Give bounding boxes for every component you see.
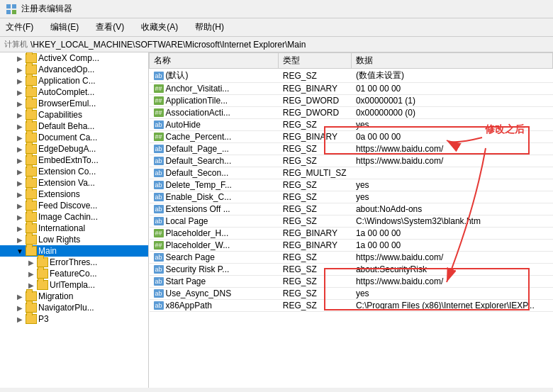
cell-type: REG_SZ [279, 288, 352, 300]
tree-item[interactable]: ▶ FeatureCo... [0, 268, 148, 279]
table-row[interactable]: ## AssociationActi... REG_DWORD 0x000000… [150, 107, 553, 119]
tree-item[interactable]: ▶ AdvancedOp... [0, 64, 148, 75]
tree-item[interactable]: ▶ Capabilities [0, 109, 148, 121]
cell-type: REG_DWORD [279, 107, 352, 119]
reg-icon: ab [154, 301, 164, 310]
tree-item[interactable]: ▶ Extension Va... [0, 177, 148, 189]
table-row[interactable]: ab Use_Async_DNS REG_SZ yes [150, 288, 553, 300]
tree-item[interactable]: ▶ Image Cachin... [0, 211, 148, 223]
cell-name: ## Placeholder_H... [150, 228, 279, 240]
cell-type: REG_SZ [279, 215, 352, 228]
table-row[interactable]: ab Enable_Disk_C... REG_SZ yes [150, 191, 553, 203]
tree-label: Main [38, 246, 57, 256]
reg-icon: ## [154, 229, 164, 237]
tree-item[interactable]: ▶ Migration [0, 291, 148, 302]
tree-item[interactable]: ▶ Extensions [0, 189, 148, 200]
cell-name: ab (默认) [150, 69, 279, 83]
tree-arrow: ▶ [26, 281, 37, 289]
tree-arrow: ▶ [14, 202, 26, 210]
tree-label: AdvancedOp... [38, 65, 94, 74]
cell-type: REG_SZ [279, 179, 352, 191]
cell-type: REG_SZ [279, 252, 352, 264]
tree-item[interactable]: ▶ BrowserEmul... [0, 98, 148, 109]
main-content: ▶ ActiveX Comp... ▶ AdvancedOp... ▶ Appl… [0, 52, 553, 388]
table-row[interactable]: ab Extensions Off ... REG_SZ about:NoAdd… [150, 203, 553, 215]
cell-data: about:SecurityRisk [352, 264, 553, 276]
tree-item[interactable]: ▶ NavigatorPlu... [0, 302, 148, 313]
reg-icon: ## [154, 84, 164, 93]
cell-name: ab Enable_Disk_C... [150, 191, 279, 203]
table-row[interactable]: ## Anchor_Visitati... REG_BINARY 01 00 0… [150, 83, 553, 95]
table-row[interactable]: ## Placeholder_H... REG_BINARY 1a 00 00 … [150, 228, 553, 240]
cell-type: REG_SZ [279, 203, 352, 215]
table-row[interactable]: ab (默认) REG_SZ (数值未设置) [150, 69, 553, 83]
right-panel: 修改之后 名称 类型 数据 [149, 52, 553, 388]
menu-edit[interactable]: 编辑(E) [48, 20, 82, 35]
table-scroll[interactable]: 名称 类型 数据 ab (默认) REG_SZ (数值未设置) ## Ancho… [149, 52, 553, 388]
table-row[interactable]: ## ApplicationTile... REG_DWORD 0x000000… [150, 95, 553, 107]
tree-item[interactable]: ▶ ErrorThres... [0, 257, 148, 268]
reg-icon: ab [154, 72, 164, 80]
tree-item[interactable]: ▶ EmbedExtnTo... [0, 155, 148, 166]
tree-label: Extension Co... [38, 167, 96, 177]
cell-data: yes [352, 288, 553, 300]
tree-item[interactable]: ▶ Low Rights [0, 234, 148, 245]
cell-name-text: Extensions Off ... [166, 204, 230, 214]
cell-name-text: Default_Page_... [166, 144, 229, 154]
table-row[interactable]: ab Security Risk P... REG_SZ about:Secur… [150, 264, 553, 276]
folder-icon [26, 201, 37, 211]
table-row[interactable]: ab Start Page REG_SZ https://www.baidu.c… [150, 276, 553, 288]
cell-data: 0x00000001 (1) [352, 95, 553, 107]
tree-item[interactable]: ▶ Document Ca... [0, 132, 148, 143]
cell-name-text: Enable_Disk_C... [166, 192, 232, 202]
tree-item[interactable]: ▶ Application C... [0, 75, 148, 86]
table-row[interactable]: ab Search Page REG_SZ https://www.baidu.… [150, 252, 553, 264]
tree-arrow: ▶ [14, 66, 26, 74]
tree-label: NavigatorPlu... [38, 303, 94, 313]
table-row[interactable]: ab Local Page REG_SZ C:\Windows\System32… [150, 215, 553, 228]
cell-data: yes [352, 191, 553, 203]
reg-icon: ab [154, 277, 164, 286]
tree-item[interactable]: ▶ International [0, 223, 148, 234]
tree-item[interactable]: ▶ UrlTempla... [0, 279, 148, 291]
reg-icon: ab [154, 145, 164, 153]
menu-bar: 文件(F) 编辑(E) 查看(V) 收藏夹(A) 帮助(H) [0, 18, 553, 37]
menu-help[interactable]: 帮助(H) [192, 20, 227, 35]
tree-item[interactable]: ▶ P3 [0, 313, 148, 325]
cell-type: REG_MULTI_SZ [279, 167, 352, 179]
table-row[interactable]: ab Delete_Temp_F... REG_SZ yes [150, 179, 553, 191]
tree-item[interactable]: ▶ Feed Discove... [0, 200, 148, 211]
menu-file[interactable]: 文件(F) [3, 20, 36, 35]
cell-data: C:\Windows\System32\blank.htm [352, 215, 553, 228]
registry-table: 名称 类型 数据 ab (默认) REG_SZ (数值未设置) ## Ancho… [149, 52, 553, 312]
table-row[interactable]: ## Cache_Percent... REG_BINARY 0a 00 00 … [150, 131, 553, 143]
table-row[interactable]: ab Default_Page_... REG_SZ https://www.b… [150, 143, 553, 155]
tree-item[interactable]: ▼ Main [0, 245, 148, 257]
menu-favorites[interactable]: 收藏夹(A) [138, 20, 181, 35]
cell-data: https://www.baidu.com/ [352, 143, 553, 155]
tree-item[interactable]: ▶ AutoComplet... [0, 86, 148, 98]
table-row[interactable]: ab Default_Secon... REG_MULTI_SZ [150, 167, 553, 179]
address-path: \HKEY_LOCAL_MACHINE\SOFTWARE\Microsoft\I… [30, 40, 306, 50]
cell-data: 1a 00 00 00 [352, 240, 553, 252]
folder-icon [26, 144, 37, 154]
tree-arrow: ▶ [14, 145, 26, 153]
cell-name: ab Search Page [150, 252, 279, 264]
tree-item[interactable]: ▶ Default Beha... [0, 121, 148, 132]
folder-icon [26, 303, 37, 313]
tree-label: AutoComplet... [38, 87, 94, 97]
menu-view[interactable]: 查看(V) [93, 20, 127, 35]
table-row[interactable]: ab AutoHide REG_SZ yes [150, 119, 553, 131]
table-row[interactable]: ## Placeholder_W... REG_BINARY 1a 00 00 … [150, 240, 553, 252]
tree-item[interactable]: ▶ EdgeDebugA... [0, 143, 148, 155]
cell-type: REG_BINARY [279, 131, 352, 143]
tree-item[interactable]: ▶ ActiveX Comp... [0, 52, 148, 64]
table-row[interactable]: ab Default_Search... REG_SZ https://www.… [150, 155, 553, 167]
cell-name: ## Cache_Percent... [150, 131, 279, 143]
cell-data: (数值未设置) [352, 69, 553, 83]
folder-icon [26, 212, 37, 222]
cell-type: REG_SZ [279, 276, 352, 288]
tree-item[interactable]: ▶ Extension Co... [0, 166, 148, 177]
table-row[interactable]: ab x86AppPath REG_SZ C:\Program Files (x… [150, 300, 553, 312]
tree-panel[interactable]: ▶ ActiveX Comp... ▶ AdvancedOp... ▶ Appl… [0, 52, 149, 388]
